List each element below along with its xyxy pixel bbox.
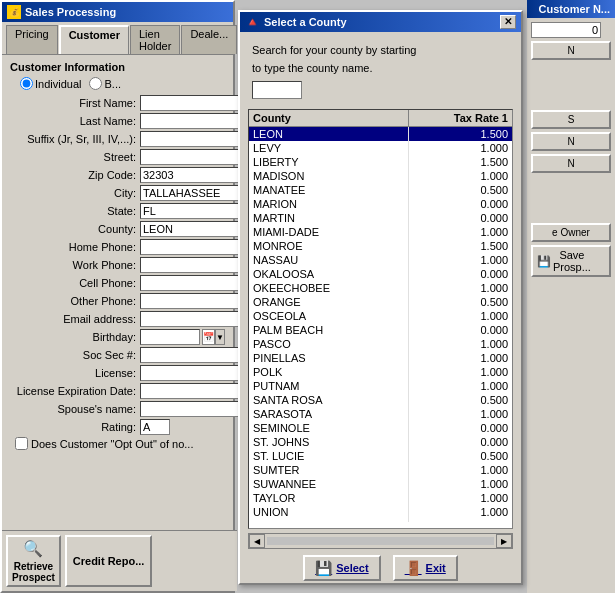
tab-customer[interactable]: Customer <box>59 25 129 54</box>
table-row[interactable]: UNION1.000 <box>249 505 512 519</box>
horizontal-scrollbar[interactable]: ◀ ▶ <box>248 533 513 549</box>
county-table: County Tax Rate 1 LEON1.500LEVY1.000LIBE… <box>248 109 513 529</box>
scroll-left-button[interactable]: ◀ <box>249 534 265 548</box>
app-icon: 💰 <box>7 5 21 19</box>
retrieve-prospect-button[interactable]: 🔍 Retrieve Prospect <box>6 535 61 587</box>
individual-radio[interactable] <box>20 77 33 90</box>
table-row[interactable]: ST. JOHNS0.000 <box>249 435 512 449</box>
county-cell: PINELLAS <box>249 351 409 365</box>
table-row[interactable]: PALM BEACH0.000 <box>249 323 512 337</box>
county-cell: PASCO <box>249 337 409 351</box>
email-label: Email address: <box>10 313 140 325</box>
table-row[interactable]: MARION0.000 <box>249 197 512 211</box>
suffix-row: Suffix (Jr, Sr, III, IV,...): <box>10 131 225 147</box>
scroll-right-button[interactable]: ▶ <box>496 534 512 548</box>
taxrate-cell: 1.000 <box>409 309 512 323</box>
taxrate-cell: 1.000 <box>409 379 512 393</box>
table-row[interactable]: NASSAU1.000 <box>249 253 512 267</box>
table-row[interactable]: OSCEOLA1.000 <box>249 309 512 323</box>
table-row[interactable]: SUWANNEE1.000 <box>249 477 512 491</box>
table-row[interactable]: MARTIN0.000 <box>249 211 512 225</box>
rating-row: Rating: <box>10 419 225 435</box>
table-row[interactable]: PINELLAS1.000 <box>249 351 512 365</box>
taxrate-cell: 0.000 <box>409 435 512 449</box>
credit-report-button[interactable]: Credit Repo... <box>65 535 153 587</box>
table-row[interactable]: LEVY1.000 <box>249 141 512 155</box>
taxrate-cell: 1.000 <box>409 225 512 239</box>
table-row[interactable]: POLK1.000 <box>249 365 512 379</box>
table-row[interactable]: LEON1.500 <box>249 127 512 141</box>
table-row[interactable]: MONROE1.500 <box>249 239 512 253</box>
dialog-close-button[interactable]: ✕ <box>500 15 516 29</box>
table-row[interactable]: SEMINOLE0.000 <box>249 421 512 435</box>
county-cell: MADISON <box>249 169 409 183</box>
table-row[interactable]: MIAMI-DADE1.000 <box>249 225 512 239</box>
right-panel-input[interactable] <box>531 22 601 38</box>
select-button[interactable]: 💾 Select <box>303 555 380 581</box>
exit-icon: 🚪 <box>405 560 422 576</box>
rating-input[interactable] <box>140 419 170 435</box>
right-btn-s[interactable]: S <box>531 110 611 129</box>
county-cell: TAYLOR <box>249 491 409 505</box>
birthday-input[interactable] <box>140 329 200 345</box>
tab-dealer[interactable]: Deale... <box>181 25 237 54</box>
tab-lien-holder[interactable]: Lien Holder <box>130 25 180 54</box>
county-row: County: <box>10 221 225 237</box>
first-name-label: First Name: <box>10 97 140 109</box>
county-cell: MARION <box>249 197 409 211</box>
county-cell: LIBERTY <box>249 155 409 169</box>
taxrate-cell: 0.000 <box>409 323 512 337</box>
table-row[interactable]: TAYLOR1.000 <box>249 491 512 505</box>
county-cell: ST. LUCIE <box>249 449 409 463</box>
county-table-scroll[interactable]: LEON1.500LEVY1.000LIBERTY1.500MADISON1.0… <box>249 127 512 522</box>
table-row[interactable]: MANATEE0.500 <box>249 183 512 197</box>
county-cell: POLK <box>249 365 409 379</box>
license-exp-label: License Expiration Date: <box>10 385 140 397</box>
birthday-label: Birthday: <box>10 331 140 343</box>
business-radio[interactable] <box>89 77 102 90</box>
table-row[interactable]: ST. LUCIE0.500 <box>249 449 512 463</box>
taxrate-cell: 1.000 <box>409 351 512 365</box>
save-prospect-button[interactable]: 💾 SaveProsp... <box>531 245 611 277</box>
county-search-input[interactable] <box>252 81 302 99</box>
dialog-search-area: Search for your county by starting to ty… <box>240 32 521 105</box>
taxrate-cell: 0.500 <box>409 519 512 522</box>
title-bar: 💰 Sales Processing <box>2 2 233 22</box>
individual-radio-label[interactable]: Individual <box>20 77 81 90</box>
work-phone-row: Work Phone: <box>10 257 225 273</box>
table-row[interactable]: SARASOTA1.000 <box>249 407 512 421</box>
right-btn-owner[interactable]: e Owner <box>531 223 611 242</box>
table-row[interactable]: SUMTER1.000 <box>249 463 512 477</box>
county-cell: MONROE <box>249 239 409 253</box>
table-row[interactable]: ORANGE0.500 <box>249 295 512 309</box>
right-btn-n1[interactable]: N <box>531 41 611 60</box>
far-right-panel: Customer N... N S N N e Owner 💾 SavePros… <box>527 0 615 593</box>
county-cell: SUMTER <box>249 463 409 477</box>
table-row[interactable]: OKEECHOBEE1.000 <box>249 281 512 295</box>
license-row: License: <box>10 365 225 381</box>
exit-button[interactable]: 🚪 Exit <box>393 555 458 581</box>
dialog-title-left: 🔺 Select a County <box>245 15 347 29</box>
business-radio-label[interactable]: B... <box>89 77 121 90</box>
main-window: 💰 Sales Processing Pricing Customer Lien… <box>0 0 235 593</box>
table-row[interactable]: SANTA ROSA0.500 <box>249 393 512 407</box>
birthday-arrow[interactable]: ▼ <box>215 329 225 345</box>
opt-out-checkbox[interactable] <box>15 437 28 450</box>
table-row[interactable]: MADISON1.000 <box>249 169 512 183</box>
table-row[interactable]: LIBERTY1.500 <box>249 155 512 169</box>
tab-pricing[interactable]: Pricing <box>6 25 58 54</box>
table-row[interactable]: PASCO1.000 <box>249 337 512 351</box>
table-row[interactable]: VOLUSIA0.500 <box>249 519 512 522</box>
right-btn-n3[interactable]: N <box>531 154 611 173</box>
table-row[interactable]: PUTNAM1.000 <box>249 379 512 393</box>
home-phone-row: Home Phone: <box>10 239 225 255</box>
county-column-header: County <box>249 110 409 126</box>
county-cell: PALM BEACH <box>249 323 409 337</box>
taxrate-cell: 1.500 <box>409 127 512 141</box>
table-row[interactable]: OKALOOSA0.000 <box>249 267 512 281</box>
calendar-icon[interactable]: 📅 <box>202 329 215 345</box>
dialog-search-text: Search for your county by starting to ty… <box>252 42 509 77</box>
taxrate-column-header: Tax Rate 1 <box>409 110 512 126</box>
right-btn-n2[interactable]: N <box>531 132 611 151</box>
county-cell: OSCEOLA <box>249 309 409 323</box>
